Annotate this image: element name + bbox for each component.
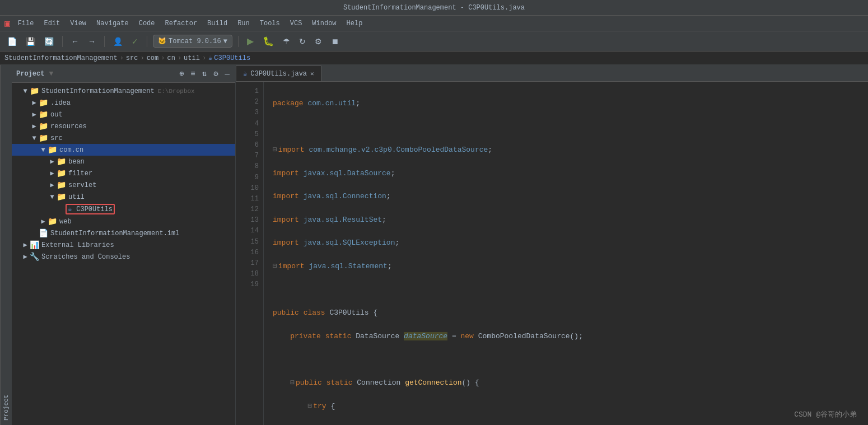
tree-item-out[interactable]: ▶ 📁 out	[12, 109, 235, 120]
folder-icon-servlet: 📁	[57, 180, 66, 190]
coverage-btn[interactable]: ☂	[280, 35, 293, 48]
menu-refactor[interactable]: Refactor	[161, 18, 202, 29]
menu-edit[interactable]: Edit	[39, 18, 64, 29]
bc-util[interactable]: util	[184, 54, 200, 62]
sidebar-collapse-btn[interactable]: ≡	[189, 68, 196, 80]
folder-icon-filter: 📁	[57, 169, 66, 178]
check-btn[interactable]: ✓	[129, 35, 141, 48]
main-content: Project Project ▼ ⊕ ≡ ⇅ ⚙ — ▼ 📁 StudentI…	[0, 65, 868, 425]
code-line-7: import java.sql.SQLException;	[273, 237, 859, 249]
tomcat-dropdown[interactable]: 🐱 Tomcat 9.0.16 ▼	[153, 35, 232, 48]
sidebar-minimize-btn[interactable]: —	[224, 68, 231, 80]
bc-sep2: ›	[140, 54, 144, 62]
tree-item-web[interactable]: ▶ 📁 web	[12, 216, 235, 227]
menu-file[interactable]: File	[13, 18, 39, 29]
menu-bar: ▣ File Edit View Navigate Code Refactor …	[0, 16, 868, 31]
code-line-5: import java.sql.Connection;	[273, 191, 859, 203]
build2-btn[interactable]: ⚙	[312, 35, 325, 48]
c3p0utils-box: ☕ C3P0Utils	[66, 204, 115, 214]
sep4	[238, 36, 239, 47]
code-line-14: ⊟try {	[273, 401, 859, 413]
toolbar: 📄 💾 🔄 ← → 👤 ✓ 🐱 Tomcat 9.0.16 ▼ ▶ 🐛 ☂ ↻ …	[0, 31, 868, 52]
tree-item-root[interactable]: ▼ 📁 StudentInformationManagement E:\Drop…	[12, 85, 235, 97]
profile-btn[interactable]: ↻	[296, 35, 309, 48]
code-content: package com.cn.util; ⊟import com.mchange…	[264, 82, 868, 425]
menu-window[interactable]: Window	[307, 18, 340, 29]
code-line-2	[273, 121, 859, 133]
folder-icon-comcn: 📁	[48, 145, 57, 155]
menu-vcs[interactable]: VCS	[286, 18, 307, 29]
tree-item-util[interactable]: ▼ 📁 util	[12, 191, 235, 203]
tree-item-c3p0utils[interactable]: ☕ C3P0Utils	[12, 203, 235, 216]
menu-help[interactable]: Help	[342, 18, 367, 29]
sync-btn[interactable]: 🔄	[41, 35, 57, 48]
forward-btn[interactable]: →	[85, 35, 99, 48]
scratches-icon: 🔧	[30, 252, 39, 261]
project-panel-label[interactable]: Project	[0, 65, 12, 425]
menu-view[interactable]: View	[66, 18, 91, 29]
title-text: StudentInformationManagement - C3P0Utils…	[343, 4, 525, 12]
sidebar: Project ▼ ⊕ ≡ ⇅ ⚙ — ▼ 📁 StudentInformati…	[12, 65, 236, 425]
tab-label: C3P0Utils.java	[250, 70, 307, 78]
menu-build[interactable]: Build	[203, 18, 232, 29]
code-line-11: private static DataSource dataSource = n…	[273, 331, 859, 343]
sep3	[147, 36, 147, 47]
jetbrains-logo: ▣	[4, 18, 10, 29]
stop-btn[interactable]: ⏹	[328, 35, 342, 48]
sidebar-sort-btn[interactable]: ⇅	[201, 68, 208, 80]
update-btn[interactable]: 👤	[110, 35, 125, 48]
sidebar-settings-btn[interactable]: ⚙	[212, 68, 219, 80]
sidebar-tree: ▼ 📁 StudentInformationManagement E:\Drop…	[12, 83, 235, 425]
editor-tab-c3p0utils[interactable]: ☕ C3P0Utils.java ✕	[236, 66, 321, 81]
tree-item-comcn[interactable]: ▼ 📁 com.cn	[12, 144, 235, 156]
menu-tools[interactable]: Tools	[255, 18, 284, 29]
bc-sep1: ›	[120, 54, 124, 62]
bc-current: ☕C3P0Utils	[208, 54, 250, 62]
scratches-label: Scratches and Consoles	[41, 253, 130, 261]
run-btn[interactable]: ▶	[244, 34, 256, 48]
code-line-12	[273, 354, 859, 366]
folder-icon-idea: 📁	[39, 98, 48, 108]
back-btn[interactable]: ←	[68, 35, 82, 48]
tree-item-scratches[interactable]: ▶ 🔧 Scratches and Consoles	[12, 251, 235, 263]
tree-item-resources[interactable]: ▶ 📁 resources	[12, 120, 235, 132]
folder-icon-root: 📁	[30, 86, 39, 96]
sidebar-locate-btn[interactable]: ⊕	[178, 68, 185, 80]
line-numbers: 1 2 3 4 5 6 7 8 9 10 11 12 13 14 15 16 1…	[236, 82, 264, 425]
code-area[interactable]: 1 2 3 4 5 6 7 8 9 10 11 12 13 14 15 16 1…	[236, 82, 868, 425]
menu-navigate[interactable]: Navigate	[92, 18, 133, 29]
tab-close-btn[interactable]: ✕	[310, 70, 314, 77]
tree-item-extlibs[interactable]: ▶ 📊 External Libraries	[12, 239, 235, 251]
folder-icon-resources: 📁	[39, 122, 48, 131]
save-btn[interactable]: 💾	[23, 35, 38, 48]
sep2	[104, 36, 105, 47]
watermark: CSDN @谷哥的小弟	[794, 409, 857, 419]
editor-tabs: ☕ C3P0Utils.java ✕	[236, 65, 868, 82]
folder-icon-src: 📁	[39, 133, 48, 143]
bc-cn[interactable]: cn	[167, 54, 175, 62]
folder-icon-bean: 📁	[57, 157, 66, 166]
code-line-6: import java.sql.ResultSet;	[273, 214, 859, 226]
bc-com[interactable]: com	[147, 54, 159, 62]
code-line-1: package com.cn.util;	[273, 98, 859, 110]
tree-item-iml[interactable]: 📄 StudentInformationManagement.iml	[12, 227, 235, 239]
code-line-9	[273, 284, 859, 296]
debug-btn[interactable]: 🐛	[260, 34, 277, 48]
menu-code[interactable]: Code	[134, 18, 160, 29]
code-line-13: ⊟public static Connection getConnection(…	[273, 377, 859, 389]
bc-sep5: ›	[202, 54, 206, 62]
tree-item-src[interactable]: ▼ 📁 src	[12, 132, 235, 144]
bc-project[interactable]: StudentInformationManagement	[4, 54, 118, 62]
menu-run[interactable]: Run	[233, 18, 254, 29]
tree-item-servlet[interactable]: ▶ 📁 servlet	[12, 179, 235, 191]
tree-item-filter[interactable]: ▶ 📁 filter	[12, 167, 235, 179]
new-file-btn[interactable]: 📄	[4, 35, 20, 48]
watermark-text: CSDN @谷哥的小弟	[794, 410, 857, 419]
bc-src[interactable]: src	[126, 54, 138, 62]
bc-sep4: ›	[178, 54, 181, 62]
folder-icon-out: 📁	[39, 110, 48, 119]
sidebar-header: Project ▼ ⊕ ≡ ⇅ ⚙ —	[12, 65, 235, 83]
breadcrumb: StudentInformationManagement › src › com…	[0, 52, 868, 65]
tree-item-idea[interactable]: ▶ 📁 .idea	[12, 97, 235, 109]
tree-item-bean[interactable]: ▶ 📁 bean	[12, 156, 235, 167]
